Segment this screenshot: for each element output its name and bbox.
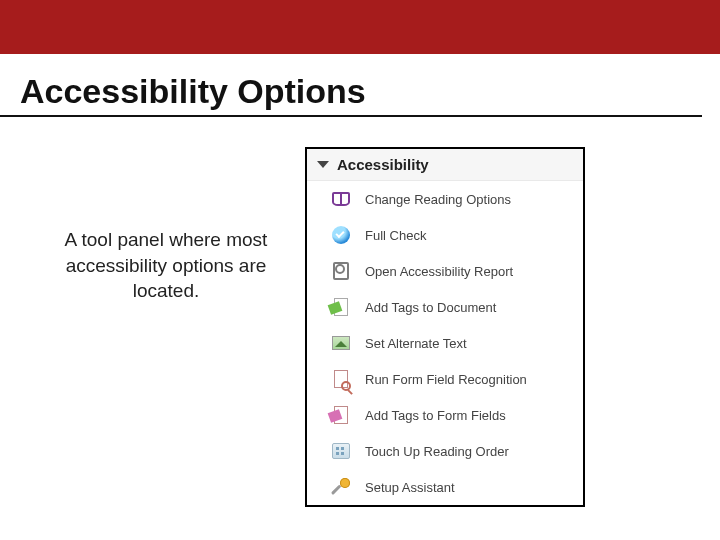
- panel-header[interactable]: Accessibility: [307, 149, 583, 181]
- item-label: Run Form Field Recognition: [365, 372, 527, 387]
- collapse-triangle-icon: [317, 161, 329, 168]
- content-area: A tool panel where most accessibility op…: [0, 117, 720, 507]
- description-text: A tool panel where most accessibility op…: [55, 227, 277, 304]
- item-add-tags-to-document[interactable]: Add Tags to Document: [307, 289, 583, 325]
- item-label: Open Accessibility Report: [365, 264, 513, 279]
- item-label: Set Alternate Text: [365, 336, 467, 351]
- item-label: Change Reading Options: [365, 192, 511, 207]
- report-icon: [331, 261, 351, 281]
- check-disc-icon: [331, 225, 351, 245]
- item-label: Touch Up Reading Order: [365, 444, 509, 459]
- item-set-alternate-text[interactable]: Set Alternate Text: [307, 325, 583, 361]
- book-icon: [331, 189, 351, 209]
- item-add-tags-to-form-fields[interactable]: Add Tags to Form Fields: [307, 397, 583, 433]
- item-full-check[interactable]: Full Check: [307, 217, 583, 253]
- panel-title: Accessibility: [337, 156, 429, 173]
- description-column: A tool panel where most accessibility op…: [0, 147, 305, 507]
- item-touch-up-reading-order[interactable]: Touch Up Reading Order: [307, 433, 583, 469]
- item-setup-assistant[interactable]: Setup Assistant: [307, 469, 583, 505]
- tag-document-icon: [331, 297, 351, 317]
- item-change-reading-options[interactable]: Change Reading Options: [307, 181, 583, 217]
- item-open-accessibility-report[interactable]: Open Accessibility Report: [307, 253, 583, 289]
- item-label: Add Tags to Document: [365, 300, 496, 315]
- accessibility-panel: Accessibility Change Reading Options Ful…: [305, 147, 585, 507]
- form-tag-icon: [331, 405, 351, 425]
- reading-order-icon: [331, 441, 351, 461]
- item-label: Add Tags to Form Fields: [365, 408, 506, 423]
- form-recognition-icon: [331, 369, 351, 389]
- page-title: Accessibility Options: [0, 54, 702, 117]
- item-label: Setup Assistant: [365, 480, 455, 495]
- image-alt-icon: [331, 333, 351, 353]
- top-accent-bar: [0, 0, 720, 54]
- item-label: Full Check: [365, 228, 426, 243]
- setup-wrench-icon: [331, 477, 351, 497]
- item-run-form-field-recognition[interactable]: Run Form Field Recognition: [307, 361, 583, 397]
